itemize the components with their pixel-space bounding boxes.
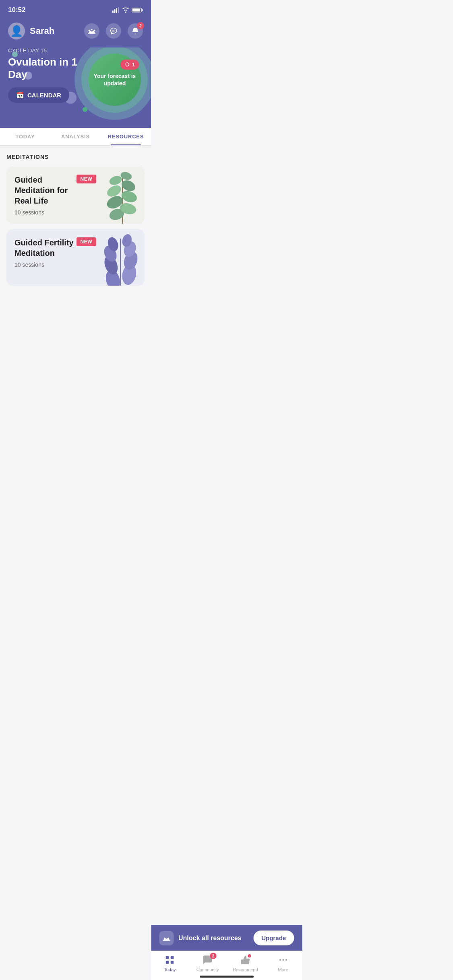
tab-today[interactable]: TODAY (0, 128, 50, 145)
battery-icon (132, 7, 143, 13)
svg-point-9 (94, 30, 95, 31)
card-title-2: Guided Fertility Meditation (14, 237, 83, 258)
cycle-status: Ovulation in 1 Day (8, 56, 89, 81)
svg-point-10 (112, 31, 113, 32)
svg-rect-2 (116, 8, 117, 13)
tip-badge[interactable]: 1 (120, 60, 139, 70)
header: 👤 Sarah 2 (0, 18, 151, 47)
wifi-icon (122, 7, 129, 13)
card-content-1: Guided Meditation for Real Life 10 sessi… (14, 175, 137, 216)
signal-icon (112, 7, 120, 13)
svg-point-7 (91, 29, 92, 30)
card-title-1: Guided Meditation for Real Life (14, 175, 83, 206)
calendar-btn-label: CALENDAR (27, 92, 61, 99)
hero-content: CYCLE DAY 15 Ovulation in 1 Day 📅 CALEND… (8, 47, 143, 103)
lightbulb-icon (124, 62, 130, 68)
user-name: Sarah (30, 26, 54, 36)
meditations-title: MEDITATIONS (6, 154, 145, 160)
content-tabs: TODAY ANALYSIS RESOURCES (0, 128, 151, 146)
tab-analysis[interactable]: ANALYSIS (50, 128, 101, 145)
notifications-button[interactable]: 2 (128, 23, 143, 39)
calendar-btn-icon: 📅 (16, 91, 24, 99)
header-left: 👤 Sarah (8, 23, 54, 39)
hero-section: Your forecast is updated 1 CYCLE DAY 15 … (0, 47, 151, 128)
messages-button[interactable] (106, 23, 121, 39)
meditation-card-1[interactable]: Guided Meditation for Real Life 10 sessi… (6, 167, 145, 224)
svg-point-12 (114, 31, 116, 32)
meditation-card-2[interactable]: Guided Fertility Meditation 10 sessions … (6, 229, 145, 286)
avatar-icon: 👤 (10, 25, 23, 37)
deco-green-dot (83, 107, 87, 112)
svg-rect-6 (142, 9, 143, 11)
svg-point-11 (113, 31, 114, 32)
avatar[interactable]: 👤 (8, 23, 25, 39)
notification-badge: 2 (137, 22, 144, 29)
status-time: 10:52 (8, 6, 25, 14)
premium-button[interactable] (84, 23, 99, 39)
card-content-2: Guided Fertility Meditation 10 sessions (14, 237, 137, 268)
status-icons (112, 7, 143, 13)
status-bar: 10:52 (0, 0, 151, 18)
svg-rect-0 (112, 10, 114, 13)
header-right: 2 (84, 23, 143, 39)
svg-point-8 (89, 30, 90, 31)
tab-resources[interactable]: RESOURCES (101, 128, 151, 145)
tip-count: 1 (132, 62, 135, 68)
calendar-button[interactable]: 📅 CALENDAR (8, 87, 69, 103)
card-sessions-2: 10 sessions (14, 261, 137, 268)
cycle-day: CYCLE DAY 15 (8, 47, 143, 54)
svg-rect-5 (132, 9, 140, 12)
svg-rect-1 (114, 9, 116, 13)
crown-icon (88, 27, 96, 35)
card-sessions-1: 10 sessions (14, 209, 137, 216)
main-content: MEDITATIONS Guided Meditation for Real L… (0, 146, 151, 331)
chat-icon (110, 27, 118, 35)
svg-rect-3 (118, 7, 119, 13)
